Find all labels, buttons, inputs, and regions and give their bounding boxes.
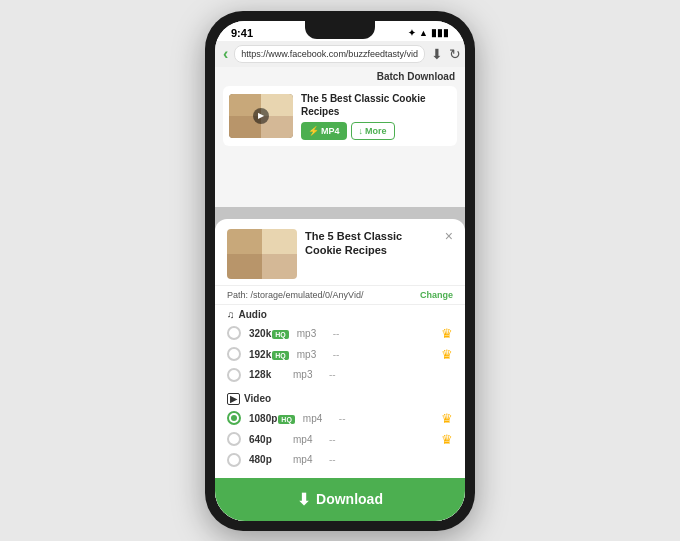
audio-section: ♫ Audio 320kHQ mp3 -- ♛ 192kHQ mp3 [215, 305, 465, 389]
radio-128k[interactable] [227, 368, 241, 382]
download-button[interactable]: ⬇ Download [215, 478, 465, 521]
quality-1080p: 1080pHQ [249, 413, 295, 424]
url-input[interactable]: https://www.facebook.com/buzzfeedtasty/v… [234, 45, 425, 63]
change-link[interactable]: Change [420, 290, 453, 300]
download-icon[interactable]: ⬇ [431, 46, 443, 62]
battery-icon: ▮▮▮ [431, 27, 449, 38]
format-row-128k[interactable]: 128k mp3 -- [227, 365, 453, 385]
modal-header: The 5 Best Classic Cookie Recipes × [215, 219, 465, 286]
type-1080p: mp4 [303, 413, 331, 424]
modal-title: The 5 Best Classic Cookie Recipes [305, 229, 437, 258]
audio-section-title: ♫ Audio [227, 309, 453, 320]
download-modal: The 5 Best Classic Cookie Recipes × Path… [215, 219, 465, 521]
video-thumbnail: ▶ [229, 94, 293, 138]
radio-480p[interactable] [227, 453, 241, 467]
crown-320k: ♛ [441, 326, 453, 341]
radio-1080p[interactable] [227, 411, 241, 425]
dash-480p: -- [329, 454, 453, 465]
batch-download-label: Batch Download [215, 67, 465, 86]
quality-640p: 640p [249, 434, 285, 445]
video-info: The 5 Best Classic Cookie Recipes ⚡ MP4 … [301, 92, 451, 140]
signal-icon: ▲ [419, 28, 428, 38]
quality-480p: 480p [249, 454, 285, 465]
more-button[interactable]: ↓ More [351, 122, 395, 140]
quality-320k: 320kHQ [249, 328, 289, 339]
modal-thumb-cell-1 [227, 229, 262, 254]
format-row-480p[interactable]: 480p mp4 -- [227, 450, 453, 470]
format-row-640p[interactable]: 640p mp4 -- ♛ [227, 429, 453, 450]
quality-128k: 128k [249, 369, 285, 380]
back-button[interactable]: ‹ [223, 45, 228, 63]
phone-frame: 9:41 ✦ ▲ ▮▮▮ ‹ https://www.facebook.com/… [205, 11, 475, 531]
type-320k: mp3 [297, 328, 325, 339]
close-button[interactable]: × [445, 229, 453, 243]
radio-640p[interactable] [227, 432, 241, 446]
crown-640p: ♛ [441, 432, 453, 447]
format-row-320k[interactable]: 320kHQ mp3 -- ♛ [227, 323, 453, 344]
video-actions: ⚡ MP4 ↓ More [301, 122, 451, 140]
modal-thumb-cell-4 [262, 254, 297, 279]
video-title: The 5 Best Classic Cookie Recipes [301, 92, 451, 118]
video-section: ▶ Video 1080pHQ mp4 -- ♛ 640 [215, 389, 465, 474]
video-section-icon: ▶ [227, 393, 240, 405]
type-128k: mp3 [293, 369, 321, 380]
path-row: Path: /storage/emulated/0/AnyVid/ Change [215, 286, 465, 305]
crown-1080p: ♛ [441, 411, 453, 426]
status-time: 9:41 [231, 27, 253, 39]
type-480p: mp4 [293, 454, 321, 465]
dash-320k: -- [333, 328, 433, 339]
modal-thumbnail [227, 229, 297, 279]
modal-thumb-cell-3 [227, 254, 262, 279]
dash-128k: -- [329, 369, 453, 380]
type-192k: mp3 [297, 349, 325, 360]
address-bar: ‹ https://www.facebook.com/buzzfeedtasty… [215, 41, 465, 67]
radio-320k[interactable] [227, 326, 241, 340]
radio-inner-1080p [231, 415, 237, 421]
path-label: Path: /storage/emulated/0/AnyVid/ [227, 290, 363, 300]
app-content: Batch Download ▶ The 5 Best Classic Cook… [215, 67, 465, 521]
lightning-icon: ⚡ [308, 126, 319, 136]
dash-192k: -- [333, 349, 433, 360]
quality-192k: 192kHQ [249, 349, 289, 360]
crown-192k: ♛ [441, 347, 453, 362]
format-row-1080p[interactable]: 1080pHQ mp4 -- ♛ [227, 408, 453, 429]
modal-thumb-cell-2 [262, 229, 297, 254]
notch [305, 21, 375, 39]
dash-640p: -- [329, 434, 433, 445]
video-section-title: ▶ Video [227, 393, 453, 405]
status-icons: ✦ ▲ ▮▮▮ [408, 27, 449, 38]
refresh-icon[interactable]: ↻ [449, 46, 461, 62]
type-640p: mp4 [293, 434, 321, 445]
dash-1080p: -- [339, 413, 433, 424]
download-btn-icon: ⬇ [297, 490, 310, 509]
video-list-item: ▶ The 5 Best Classic Cookie Recipes ⚡ MP… [223, 86, 457, 146]
play-button[interactable]: ▶ [253, 108, 269, 124]
radio-192k[interactable] [227, 347, 241, 361]
download-btn-label: Download [316, 491, 383, 507]
mp4-button[interactable]: ⚡ MP4 [301, 122, 347, 140]
format-row-192k[interactable]: 192kHQ mp3 -- ♛ [227, 344, 453, 365]
download-more-icon: ↓ [359, 126, 364, 136]
bluetooth-icon: ✦ [408, 28, 416, 38]
phone-screen: 9:41 ✦ ▲ ▮▮▮ ‹ https://www.facebook.com/… [215, 21, 465, 521]
audio-icon: ♫ [227, 309, 235, 320]
